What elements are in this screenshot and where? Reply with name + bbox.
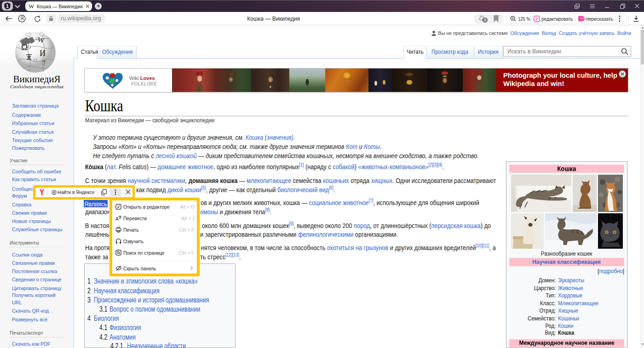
svg-text:A: A [115, 216, 119, 222]
svg-text:И: И [40, 49, 46, 58]
svg-text:Я: Я [20, 16, 24, 21]
svg-text:1: 1 [6, 3, 9, 9]
svg-text:Ω: Ω [21, 42, 28, 52]
